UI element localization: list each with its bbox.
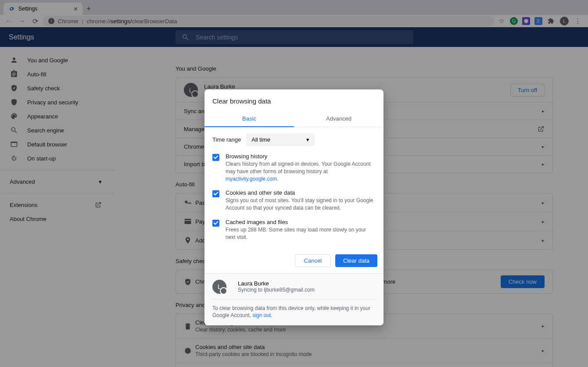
sign-out-link[interactable]: sign out.: [252, 312, 272, 318]
tab-basic[interactable]: Basic: [204, 111, 294, 127]
check-browsing-history: Browsing history Clears history from all…: [212, 153, 376, 182]
check-title: Browsing history: [226, 153, 376, 160]
check-desc: Frees up 288 MB. Some sites may load mor…: [226, 226, 376, 241]
check-desc: Clears history from all signed-in device…: [226, 160, 376, 182]
time-range-row: Time range All time ▾: [212, 133, 376, 146]
check-cache: Cached images and files Frees up 288 MB.…: [212, 219, 376, 241]
checkbox[interactable]: [212, 220, 219, 227]
dialog-title: Clear browsing data: [204, 89, 384, 111]
checkbox[interactable]: [212, 190, 219, 197]
footer-user: L Laura Burke Syncing to ljburke85@gmail…: [212, 280, 376, 294]
cancel-button[interactable]: Cancel: [295, 254, 331, 267]
clear-data-dialog: Clear browsing data Basic Advanced Time …: [204, 89, 384, 325]
dialog-actions: Cancel Clear data: [204, 250, 384, 273]
footer-sync: Syncing to ljburke85@gmail.com: [238, 287, 315, 293]
check-title: Cookies and other site data: [226, 189, 376, 196]
check-title: Cached images and files: [226, 219, 376, 225]
dialog-body: Time range All time ▾ Browsing history C…: [204, 127, 384, 250]
time-range-label: Time range: [212, 136, 241, 143]
clear-data-button[interactable]: Clear data: [335, 254, 377, 267]
checkbox[interactable]: [212, 154, 219, 161]
chevron-down-icon: ▾: [306, 136, 309, 143]
check-cookies: Cookies and other site data Signs you ou…: [212, 189, 376, 212]
dialog-tabs: Basic Advanced: [204, 111, 384, 127]
time-range-select[interactable]: All time ▾: [246, 133, 315, 146]
dialog-footer: L Laura Burke Syncing to ljburke85@gmail…: [204, 273, 384, 326]
myactivity-link[interactable]: myactivity.google.com.: [226, 176, 279, 182]
check-desc: Signs you out of most sites. You'll stay…: [226, 197, 376, 212]
avatar: L: [212, 280, 226, 294]
tab-advanced[interactable]: Advanced: [294, 111, 384, 127]
footer-user-name: Laura Burke: [238, 280, 315, 287]
footer-text: To clear browsing data from this device …: [212, 299, 376, 320]
